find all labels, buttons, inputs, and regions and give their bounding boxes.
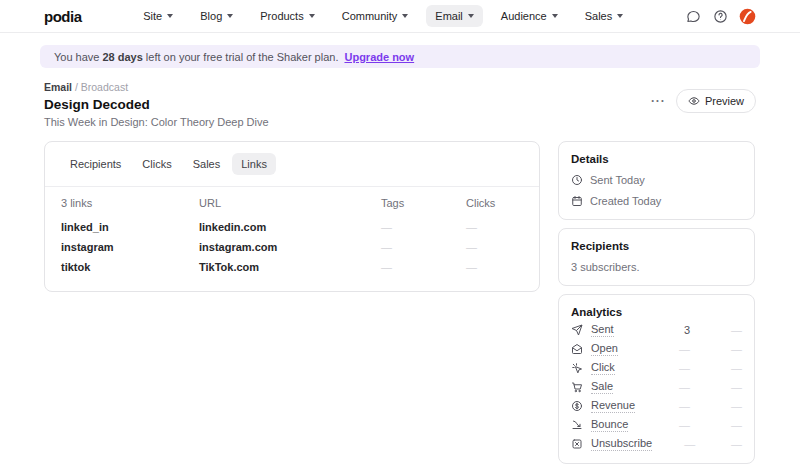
analytics-title: Analytics [571,306,742,318]
page-subtitle: This Week in Design: Color Theory Deep D… [44,116,269,128]
trial-text-rest: left on your free trial of the Shaker pl… [146,51,339,63]
analytics-value: — [652,438,695,450]
analytics-secondary-value: — [690,400,742,412]
nav-item-label: Community [342,10,398,22]
tab-bar: Recipients Clicks Sales Links [45,142,539,186]
link-name: linked_in [61,221,199,233]
analytics-label[interactable]: Open [591,342,618,356]
link-clicks: — [466,241,523,253]
trial-banner: You have 28 days left on your free trial… [40,45,760,68]
caret-down-icon [468,14,474,18]
dollar-circle-icon [571,400,583,412]
tab-sales[interactable]: Sales [184,153,230,175]
analytics-label[interactable]: Sent [591,323,614,337]
table-row[interactable]: instagram instagram.com — — [61,237,523,257]
breadcrumb-email[interactable]: Email [44,81,72,93]
nav-item-audience[interactable]: Audience [492,5,567,27]
nav-item-community[interactable]: Community [333,5,418,27]
links-card: Recipients Clicks Sales Links 3 links UR… [44,141,540,292]
analytics-row-bounce: Bounce — — [571,417,742,432]
analytics-secondary-value: — [690,362,742,374]
trial-days-left: 28 days [102,51,142,63]
caret-down-icon [167,14,173,18]
recipients-count: 3 subscribers. [571,261,742,273]
link-name: instagram [61,241,199,253]
envelope-open-icon [571,343,583,355]
caret-down-icon [309,14,315,18]
help-icon[interactable] [712,8,728,24]
table-row[interactable]: tiktok TikTok.com — — [61,257,523,277]
more-options-button[interactable]: ··· [651,95,666,107]
caret-down-icon [552,14,558,18]
page-title: Design Decoded [44,97,269,112]
analytics-label[interactable]: Unsubscribe [591,437,652,451]
column-header-tags: Tags [381,197,466,209]
breadcrumb-broadcast: Broadcast [81,81,128,93]
analytics-value: 3 [642,324,690,336]
table-row[interactable]: linked_in linkedin.com — — [61,217,523,237]
detail-created: Created Today [571,195,742,207]
analytics-label[interactable]: Click [591,361,615,375]
table-header-row: 3 links URL Tags Clicks [61,189,523,217]
cart-icon [571,381,583,393]
eye-icon [688,95,700,107]
analytics-row-revenue: Revenue — — [571,398,742,413]
analytics-secondary-value: — [690,381,742,393]
bounce-icon [571,419,583,431]
analytics-row-open: Open — — [571,341,742,356]
calendar-icon [571,195,583,207]
analytics-label[interactable]: Bounce [591,418,628,432]
nav-item-label: Site [143,10,162,22]
send-icon [571,324,583,336]
details-title: Details [571,153,742,165]
preview-button-label: Preview [705,95,744,107]
page-header-left: Email / Broadcast Design Decoded This We… [44,81,269,128]
user-avatar[interactable] [739,8,756,25]
analytics-value: — [642,419,690,431]
nav-item-label: Blog [200,10,222,22]
analytics-secondary-value: — [695,438,742,450]
analytics-label[interactable]: Revenue [591,399,635,413]
nav-item-site[interactable]: Site [134,5,182,27]
content-area: Recipients Clicks Sales Links 3 links UR… [44,141,756,464]
analytics-value: — [642,381,690,393]
preview-button[interactable]: Preview [676,89,756,113]
column-header-url: URL [199,197,381,209]
breadcrumb: Email / Broadcast [44,81,269,93]
analytics-row-sale: Sale — — [571,379,742,394]
tab-clicks[interactable]: Clicks [133,153,180,175]
tab-links[interactable]: Links [232,153,276,175]
cursor-click-icon [571,362,583,374]
sidebar: Details Sent Today Created Today Recipie… [558,141,755,464]
nav-item-label: Products [260,10,303,22]
nav-item-products[interactable]: Products [251,5,323,27]
analytics-secondary-value: — [690,419,742,431]
chat-bubble-icon[interactable] [685,8,701,24]
nav-item-sales[interactable]: Sales [576,5,633,27]
column-header-links-count: 3 links [61,197,199,209]
nav-item-label: Sales [585,10,613,22]
link-tags: — [381,261,466,273]
nav-item-blog[interactable]: Blog [191,5,242,27]
tab-recipients[interactable]: Recipients [61,153,130,175]
upgrade-link[interactable]: Upgrade now [344,51,414,63]
top-nav-bar: podia Site Blog Products Community Email… [0,0,800,33]
breadcrumb-separator: / [75,81,78,93]
analytics-secondary-value: — [690,343,742,355]
page-header: Email / Broadcast Design Decoded This We… [44,81,756,128]
nav-item-label: Email [435,10,463,22]
clock-icon [571,174,583,186]
podia-logo[interactable]: podia [44,8,82,25]
analytics-value: — [642,400,690,412]
page-header-actions: ··· Preview [651,89,756,113]
column-header-clicks: Clicks [466,197,523,209]
nav-item-label: Audience [501,10,547,22]
link-tags: — [381,241,466,253]
analytics-label[interactable]: Sale [591,380,613,394]
analytics-value: — [642,362,690,374]
analytics-value: — [642,343,690,355]
trial-text: You have [54,51,99,63]
link-name: tiktok [61,261,199,273]
nav-item-email[interactable]: Email [426,5,483,27]
links-table: 3 links URL Tags Clicks linked_in linked… [45,187,539,291]
